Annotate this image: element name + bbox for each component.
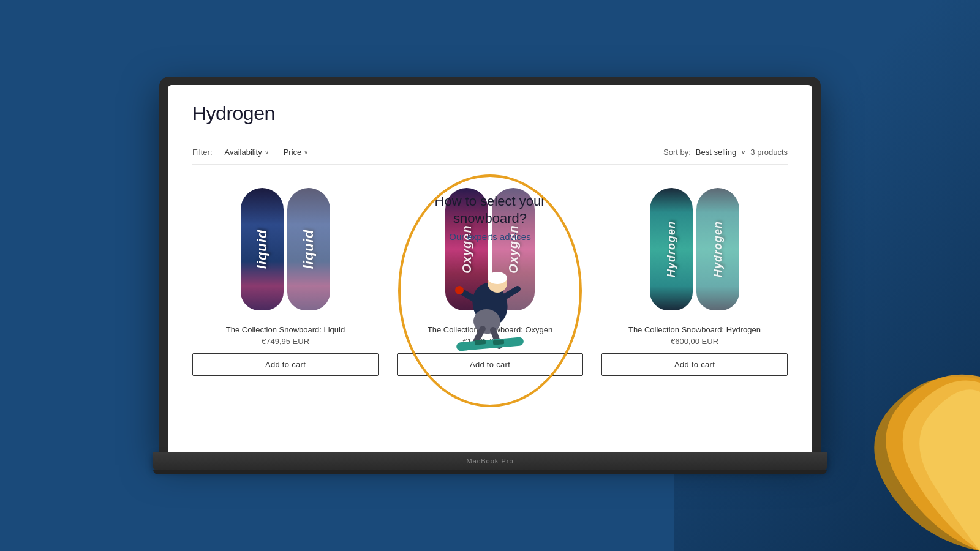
snowboard-pair-hydrogen bbox=[650, 188, 739, 310]
product-card-hydrogen: The Collection Snowboard: Hydrogen €600,… bbox=[601, 182, 788, 376]
laptop-base: MacBook Pro bbox=[153, 452, 827, 470]
svg-rect-9 bbox=[456, 337, 524, 351]
add-to-cart-hydrogen[interactable]: Add to cart bbox=[601, 353, 788, 376]
product-image-hydrogen bbox=[601, 182, 788, 317]
product-name-hydrogen: The Collection Snowboard: Hydrogen bbox=[628, 325, 761, 334]
filter-left: Filter: Availability ∨ Price ∨ bbox=[192, 146, 311, 158]
product-image-liquid bbox=[192, 182, 379, 317]
expert-advice-popup[interactable]: How to select your snowboard? Our expert… bbox=[398, 174, 582, 407]
laptop-screen: Hydrogen Filter: Availability ∨ Price ∨ bbox=[168, 85, 812, 452]
laptop-wrapper: Hydrogen Filter: Availability ∨ Price ∨ bbox=[153, 77, 827, 474]
product-name-liquid: The Collection Snowboard: Liquid bbox=[226, 325, 345, 334]
svg-line-4 bbox=[502, 289, 518, 298]
snowboard-liquid-2 bbox=[287, 188, 330, 310]
filter-bar: Filter: Availability ∨ Price ∨ Sort by: bbox=[192, 140, 788, 165]
snowboarder-figure bbox=[441, 249, 539, 359]
laptop-brand-label: MacBook Pro bbox=[466, 457, 513, 465]
laptop-foot bbox=[153, 470, 827, 474]
svg-point-2 bbox=[488, 272, 507, 284]
availability-filter[interactable]: Availability ∨ bbox=[222, 146, 271, 158]
chevron-down-icon: ∨ bbox=[265, 149, 269, 156]
svg-rect-11 bbox=[493, 339, 505, 345]
sort-label: Sort by: bbox=[663, 148, 691, 157]
laptop-bezel: Hydrogen Filter: Availability ∨ Price ∨ bbox=[159, 77, 821, 452]
sort-dropdown[interactable]: Best selling ∨ bbox=[696, 148, 745, 157]
chevron-down-icon: ∨ bbox=[304, 149, 308, 156]
products-grid: The Collection Snowboard: Liquid €749,95… bbox=[192, 182, 788, 376]
svg-rect-10 bbox=[475, 339, 486, 345]
snowboarder-svg bbox=[441, 249, 539, 359]
snowboard-liquid bbox=[241, 188, 284, 310]
svg-point-5 bbox=[455, 286, 464, 294]
sort-controls: Sort by: Best selling ∨ 3 products bbox=[663, 148, 788, 157]
screen-notch bbox=[486, 77, 494, 81]
popup-title: How to select your snowboard? bbox=[398, 193, 582, 228]
product-card-liquid: The Collection Snowboard: Liquid €749,95… bbox=[192, 182, 379, 376]
price-filter[interactable]: Price ∨ bbox=[281, 146, 311, 158]
snowboard-hydrogen-2 bbox=[696, 188, 739, 310]
product-price-liquid: €749,95 EUR bbox=[262, 337, 309, 346]
store-title: Hydrogen bbox=[192, 102, 788, 125]
store-content: Hydrogen Filter: Availability ∨ Price ∨ bbox=[168, 85, 812, 394]
chevron-down-icon: ∨ bbox=[741, 149, 745, 156]
popup-subtitle: Our experts advices bbox=[449, 231, 530, 242]
snowboard-pair-liquid bbox=[241, 188, 330, 310]
product-count: 3 products bbox=[750, 148, 788, 157]
add-to-cart-liquid[interactable]: Add to cart bbox=[192, 353, 379, 376]
filter-label: Filter: bbox=[192, 148, 213, 157]
product-price-hydrogen: €600,00 EUR bbox=[671, 337, 718, 346]
snowboard-hydrogen bbox=[650, 188, 693, 310]
